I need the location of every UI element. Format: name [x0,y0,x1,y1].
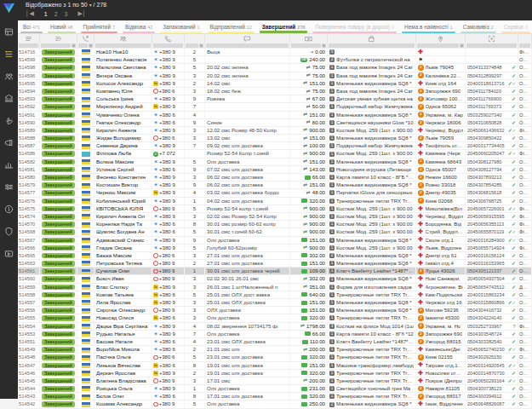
product-cell[interactable]: 2Футболка с патриотической на [328,56,416,63]
tab-Відправлений[interactable]: Відправлений12 [205,20,257,33]
product-cell[interactable]: 1Тренировочные петли TRX Train [328,377,416,384]
tracking-cell[interactable]: 20400315863234✓ [466,291,518,298]
city-cell[interactable]: ✚Чернівці, Відділ [416,127,466,134]
phone-cell[interactable]: +380 9 [152,275,185,282]
city-cell[interactable]: JЧеркаси 18006 [416,119,466,126]
product-cell[interactable]: 1Тренировочные петли TRX Train [328,291,416,298]
tracking-cell[interactable]: 0503252733967? [466,323,518,330]
comment[interactable] [205,56,290,63]
product-cell[interactable]: 1Карта памяти 10 класс - 8Гб *12 [328,331,416,337]
city-cell[interactable]: ✚Новосілки отд.1 [416,370,466,377]
client-name[interactable]: Компанец Юля [94,88,152,95]
comment[interactable]: 30.01 смс олх доставка черній [205,268,290,274]
tracking-cell[interactable]: 20450654937504✓ [466,275,518,282]
client-name[interactable]: Колосок Александр [94,80,152,87]
product-cell[interactable]: 1Клатч Baellerry Leather *1487* (1 [328,268,416,274]
product-cell[interactable]: 1Маленькая видеокамера SQ8 * [328,275,416,282]
phone-cell[interactable]: ✶+380 6 [152,221,185,228]
column-header-product[interactable] [328,34,416,43]
city-cell[interactable]: JУжгород 88017 [416,393,466,400]
city-cell[interactable]: ✚Камянка (Черк [416,150,466,157]
client-name[interactable]: Кирилич Анжела Ол [94,213,152,220]
phone-cell[interactable]: ✶+380 9 [152,198,185,204]
product-cell[interactable]: 1Маленькая видеокамера SQ8 * [328,135,416,141]
tracking-cell[interactable]: 0504311784020✓ [466,88,518,95]
tracking-cell[interactable]: 0504311769900✓ [466,95,518,102]
comment[interactable]: Олх доставка [205,314,290,321]
order-row[interactable]: 514593ЗавершенийСольська Ірина✶+380 99Ро… [18,95,532,103]
tracking-cell[interactable]: 20450648826087✓ [466,400,518,407]
order-row[interactable]: 514586ЗавершенийФіліпова Люба✆+7 072Розм… [18,150,532,158]
comment[interactable]: Голубий 60-62розмір [205,245,290,251]
tracking-cell[interactable]: 0504303382540✓ [466,338,518,345]
sidebar-item-hand[interactable] [0,109,18,131]
tracking-cell[interactable]: 0504311769373✓ [466,103,518,110]
product-cell[interactable]: 1Новогодняя игрушка (Летающи [328,166,416,173]
tracking-cell[interactable]: 20450652740230✓✓ [466,346,518,353]
product-cell[interactable]: 1Форма для изготовления садов [328,284,416,291]
client-name[interactable]: Деркач Ярослав [94,370,152,377]
city-cell[interactable]: JЛьвів 79059 [416,135,466,141]
comment[interactable]: Олх доставка [205,158,290,165]
phone-cell[interactable]: ✶+380 9 [152,95,185,102]
phone-cell[interactable]: lc+380 9 [152,103,185,110]
city-cell[interactable]: ✚Сколе отд.1 [416,237,466,244]
phone-cell[interactable]: lc+380 9 [152,80,185,87]
column-header-client[interactable] [94,34,152,43]
phone-cell[interactable]: ✶+380 6 [152,338,185,345]
order-row[interactable]: 514555ЗавершенийНовосад Олесяlc+380 63Ол… [18,314,532,322]
order-row[interactable]: 514557ЗавершенийЛила Ярославlc+380 9325.… [18,299,532,307]
comment[interactable]: 02.02 смс Розмір 52-54 Колір [205,213,290,220]
phone-cell[interactable]: +380 9 [152,260,185,267]
client-name[interactable]: Устинов Сергей [94,166,152,173]
comment[interactable]: 25.01 смс ОЛХ доставка [205,299,290,306]
filter-input[interactable] [329,43,415,48]
phone-cell[interactable]: ✶+380 9 [152,213,185,220]
tracking-cell[interactable]: 20450657226001✓✓ [466,205,518,212]
order-row[interactable]: 514592ЗавершенийМерклінгер Андрейlc+380 … [18,103,532,111]
comment[interactable]: Розмір 52-54 колір т.синій [205,205,290,212]
client-name[interactable]: Влас Слотюу [94,284,152,291]
page-number[interactable]: 1 [44,11,48,17]
filter-status[interactable]: ▾ [40,43,77,49]
client-name[interactable]: Мерклінгер Андрей [94,103,152,110]
shown-range[interactable]: Відображено з 1 по 50 ▾ / 278 [26,2,106,8]
phone-cell[interactable]: ✶+380 9 [152,64,185,71]
comment[interactable]: 06.02 смс олх доставка [205,181,290,188]
product-cell[interactable]: 1Машина-трансформер ламборд [328,362,416,369]
filter-input[interactable] [95,43,151,48]
filter-input[interactable] [519,43,530,48]
city-cell[interactable]: ✚Таїрове отд.139 [416,362,466,369]
product-cell[interactable]: 1Маленькая видеокамера SQ8 * [328,112,416,118]
tab-Нема в наявності[interactable]: Нема в наявності1 [399,20,458,33]
client-name[interactable]: Вегера Оксана [94,72,152,79]
order-row[interactable]: 514559ЗавершенийВлас Слотюуlc+380 9326.0… [18,284,532,291]
phone-cell[interactable]: lc+380 9 [152,189,185,196]
sidebar-item-clients[interactable] [0,65,18,87]
tracking-cell[interactable]: 0504313374848✓ [466,64,518,71]
tracking-cell[interactable]: 20450656355113✓ [466,221,518,228]
order-row[interactable]: 514576ЗавершенийКобилинський Юрий✶+380 9… [18,198,532,205]
product-cell[interactable]: 1Тренировочные петли TRX Train [328,346,416,353]
order-row[interactable]: 514547ЗавершенийЛиньков Вячеславlc+380 6… [18,362,532,370]
client-name[interactable]: Петровська Тетяна [94,260,152,267]
filter-comment[interactable] [205,43,290,49]
page-number[interactable]: 3 [65,11,68,17]
filter-input[interactable] [291,43,321,48]
phone-cell[interactable]: ✶+380 9 [152,174,185,181]
phone-cell[interactable]: ✶+380 9 [152,142,185,149]
comment[interactable]: 20.02 смс зелена [205,72,290,79]
filter-source[interactable]: ▾ [77,43,94,49]
tracking-cell[interactable]: 0504307854285✓ [466,181,518,188]
product-cell[interactable]: 1База под макияж Images 24 Car [328,64,416,71]
order-row[interactable]: 514546ЗавершенийДеркач Ярославlc+380 921… [18,370,532,377]
city-cell[interactable]: JКиев 02068 [416,198,466,204]
city-cell[interactable]: ⚑ [416,56,466,63]
tracking-cell[interactable]: 0504300738123✓ [466,385,518,392]
order-row[interactable]: 514554ЗавершенийДацюк Віра Сергіївна✶+38… [18,323,532,331]
client-name[interactable]: Дацюк Віра Сергіївна [94,323,152,330]
phone-cell[interactable]: +380 6 [152,252,185,259]
comment[interactable]: 30.01 смс т.синій 60-62 [205,228,290,235]
city-cell[interactable]: JУжгород 88015 [416,338,466,345]
city-cell[interactable]: ✚Теофіполь отд 1 [416,142,466,149]
